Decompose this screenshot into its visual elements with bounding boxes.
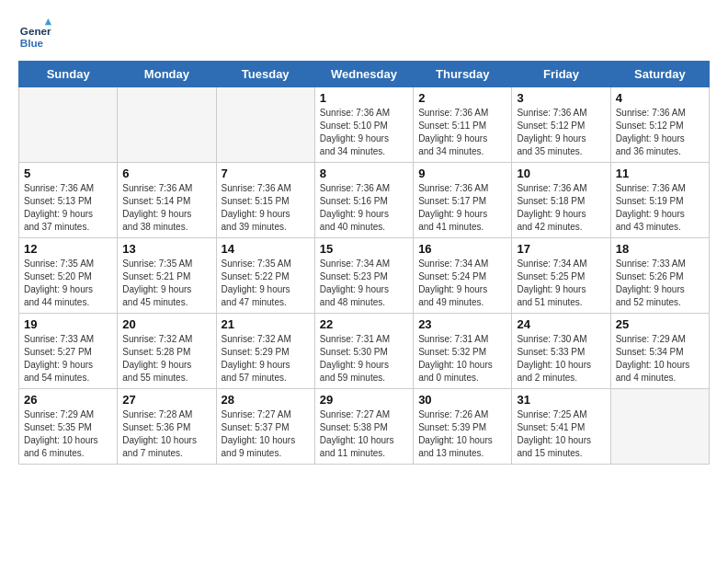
day-number: 15	[320, 242, 408, 256]
calendar-cell: 25Sunrise: 7:29 AM Sunset: 5:34 PM Dayli…	[610, 314, 709, 389]
day-info: Sunrise: 7:31 AM Sunset: 5:30 PM Dayligh…	[320, 333, 408, 385]
day-number: 10	[517, 167, 605, 180]
day-info: Sunrise: 7:36 AM Sunset: 5:16 PM Dayligh…	[320, 182, 408, 234]
page-header: General Blue	[18, 18, 710, 52]
day-number: 18	[616, 242, 704, 256]
header-wednesday: Wednesday	[314, 62, 413, 87]
day-number: 19	[24, 317, 112, 331]
calendar-cell: 14Sunrise: 7:35 AM Sunset: 5:22 PM Dayli…	[216, 238, 314, 314]
day-info: Sunrise: 7:35 AM Sunset: 5:21 PM Dayligh…	[122, 258, 210, 309]
day-number: 1	[320, 91, 408, 105]
calendar-cell: 5Sunrise: 7:36 AM Sunset: 5:13 PM Daylig…	[19, 163, 118, 238]
day-number: 23	[418, 317, 506, 331]
week-row-5: 26Sunrise: 7:29 AM Sunset: 5:35 PM Dayli…	[19, 389, 710, 465]
day-info: Sunrise: 7:28 AM Sunset: 5:36 PM Dayligh…	[122, 408, 210, 460]
header-thursday: Thursday	[414, 62, 512, 87]
calendar-cell: 12Sunrise: 7:35 AM Sunset: 5:20 PM Dayli…	[19, 238, 118, 314]
calendar-cell: 28Sunrise: 7:27 AM Sunset: 5:37 PM Dayli…	[216, 389, 314, 465]
calendar-cell: 4Sunrise: 7:36 AM Sunset: 5:12 PM Daylig…	[610, 87, 709, 163]
calendar-cell: 9Sunrise: 7:36 AM Sunset: 5:17 PM Daylig…	[414, 163, 512, 238]
day-number: 17	[517, 242, 605, 256]
day-number: 6	[122, 167, 210, 180]
calendar-cell	[19, 87, 118, 163]
calendar-cell: 29Sunrise: 7:27 AM Sunset: 5:38 PM Dayli…	[314, 389, 413, 465]
week-row-4: 19Sunrise: 7:33 AM Sunset: 5:27 PM Dayli…	[19, 314, 710, 389]
calendar-cell: 31Sunrise: 7:25 AM Sunset: 5:41 PM Dayli…	[512, 389, 610, 465]
calendar-cell: 26Sunrise: 7:29 AM Sunset: 5:35 PM Dayli…	[19, 389, 118, 465]
day-info: Sunrise: 7:32 AM Sunset: 5:29 PM Dayligh…	[222, 333, 310, 385]
day-number: 28	[222, 393, 310, 407]
header-row: SundayMondayTuesdayWednesdayThursdayFrid…	[19, 62, 710, 87]
day-number: 13	[122, 242, 210, 256]
calendar-cell	[118, 87, 216, 163]
day-info: Sunrise: 7:29 AM Sunset: 5:35 PM Dayligh…	[24, 408, 112, 460]
logo: General Blue	[18, 18, 55, 52]
day-number: 25	[616, 317, 704, 331]
header-saturday: Saturday	[610, 62, 709, 87]
day-info: Sunrise: 7:36 AM Sunset: 5:12 PM Dayligh…	[517, 107, 605, 158]
header-sunday: Sunday	[19, 62, 118, 87]
day-number: 11	[616, 167, 704, 180]
day-info: Sunrise: 7:26 AM Sunset: 5:39 PM Dayligh…	[418, 408, 506, 460]
day-number: 2	[418, 91, 506, 105]
calendar-cell: 8Sunrise: 7:36 AM Sunset: 5:16 PM Daylig…	[314, 163, 413, 238]
week-row-1: 1Sunrise: 7:36 AM Sunset: 5:10 PM Daylig…	[19, 87, 710, 163]
day-number: 31	[517, 393, 605, 407]
calendar-cell: 13Sunrise: 7:35 AM Sunset: 5:21 PM Dayli…	[118, 238, 216, 314]
calendar-cell: 27Sunrise: 7:28 AM Sunset: 5:36 PM Dayli…	[118, 389, 216, 465]
calendar-cell: 18Sunrise: 7:33 AM Sunset: 5:26 PM Dayli…	[610, 238, 709, 314]
day-info: Sunrise: 7:36 AM Sunset: 5:13 PM Dayligh…	[24, 182, 112, 234]
day-number: 4	[616, 91, 704, 105]
header-friday: Friday	[512, 62, 610, 87]
day-info: Sunrise: 7:34 AM Sunset: 5:25 PM Dayligh…	[517, 258, 605, 309]
day-info: Sunrise: 7:36 AM Sunset: 5:11 PM Dayligh…	[418, 107, 506, 158]
svg-marker-2	[45, 18, 51, 25]
day-info: Sunrise: 7:36 AM Sunset: 5:10 PM Dayligh…	[320, 107, 408, 158]
day-info: Sunrise: 7:35 AM Sunset: 5:20 PM Dayligh…	[24, 258, 112, 309]
day-number: 22	[320, 317, 408, 331]
calendar-cell: 30Sunrise: 7:26 AM Sunset: 5:39 PM Dayli…	[414, 389, 512, 465]
calendar-cell: 20Sunrise: 7:32 AM Sunset: 5:28 PM Dayli…	[118, 314, 216, 389]
calendar-cell: 6Sunrise: 7:36 AM Sunset: 5:14 PM Daylig…	[118, 163, 216, 238]
day-number: 20	[122, 317, 210, 331]
calendar-cell: 19Sunrise: 7:33 AM Sunset: 5:27 PM Dayli…	[19, 314, 118, 389]
week-row-3: 12Sunrise: 7:35 AM Sunset: 5:20 PM Dayli…	[19, 238, 710, 314]
day-number: 30	[418, 393, 506, 407]
calendar-table: SundayMondayTuesdayWednesdayThursdayFrid…	[18, 61, 710, 465]
day-info: Sunrise: 7:34 AM Sunset: 5:24 PM Dayligh…	[418, 258, 506, 309]
svg-text:Blue: Blue	[20, 37, 44, 49]
day-info: Sunrise: 7:33 AM Sunset: 5:27 PM Dayligh…	[24, 333, 112, 385]
day-number: 12	[24, 242, 112, 256]
calendar-cell: 2Sunrise: 7:36 AM Sunset: 5:11 PM Daylig…	[414, 87, 512, 163]
day-info: Sunrise: 7:32 AM Sunset: 5:28 PM Dayligh…	[122, 333, 210, 385]
logo-icon: General Blue	[18, 18, 51, 52]
day-number: 7	[222, 167, 310, 180]
calendar-cell	[216, 87, 314, 163]
day-number: 5	[24, 167, 112, 180]
header-tuesday: Tuesday	[216, 62, 314, 87]
day-info: Sunrise: 7:36 AM Sunset: 5:18 PM Dayligh…	[517, 182, 605, 234]
calendar-cell: 1Sunrise: 7:36 AM Sunset: 5:10 PM Daylig…	[314, 87, 413, 163]
day-number: 29	[320, 393, 408, 407]
calendar-cell: 11Sunrise: 7:36 AM Sunset: 5:19 PM Dayli…	[610, 163, 709, 238]
day-number: 3	[517, 91, 605, 105]
day-info: Sunrise: 7:36 AM Sunset: 5:15 PM Dayligh…	[222, 182, 310, 234]
day-info: Sunrise: 7:27 AM Sunset: 5:37 PM Dayligh…	[222, 408, 310, 460]
day-info: Sunrise: 7:30 AM Sunset: 5:33 PM Dayligh…	[517, 333, 605, 385]
day-number: 9	[418, 167, 506, 180]
day-info: Sunrise: 7:36 AM Sunset: 5:17 PM Dayligh…	[418, 182, 506, 234]
day-info: Sunrise: 7:31 AM Sunset: 5:32 PM Dayligh…	[418, 333, 506, 385]
day-info: Sunrise: 7:36 AM Sunset: 5:14 PM Dayligh…	[122, 182, 210, 234]
calendar-cell: 21Sunrise: 7:32 AM Sunset: 5:29 PM Dayli…	[216, 314, 314, 389]
calendar-cell: 10Sunrise: 7:36 AM Sunset: 5:18 PM Dayli…	[512, 163, 610, 238]
calendar-cell: 3Sunrise: 7:36 AM Sunset: 5:12 PM Daylig…	[512, 87, 610, 163]
day-number: 8	[320, 167, 408, 180]
calendar-cell: 16Sunrise: 7:34 AM Sunset: 5:24 PM Dayli…	[414, 238, 512, 314]
day-info: Sunrise: 7:36 AM Sunset: 5:19 PM Dayligh…	[616, 182, 704, 234]
calendar-cell: 23Sunrise: 7:31 AM Sunset: 5:32 PM Dayli…	[414, 314, 512, 389]
day-number: 14	[222, 242, 310, 256]
calendar-cell: 22Sunrise: 7:31 AM Sunset: 5:30 PM Dayli…	[314, 314, 413, 389]
day-info: Sunrise: 7:33 AM Sunset: 5:26 PM Dayligh…	[616, 258, 704, 309]
calendar-cell	[610, 389, 709, 465]
day-info: Sunrise: 7:35 AM Sunset: 5:22 PM Dayligh…	[222, 258, 310, 309]
